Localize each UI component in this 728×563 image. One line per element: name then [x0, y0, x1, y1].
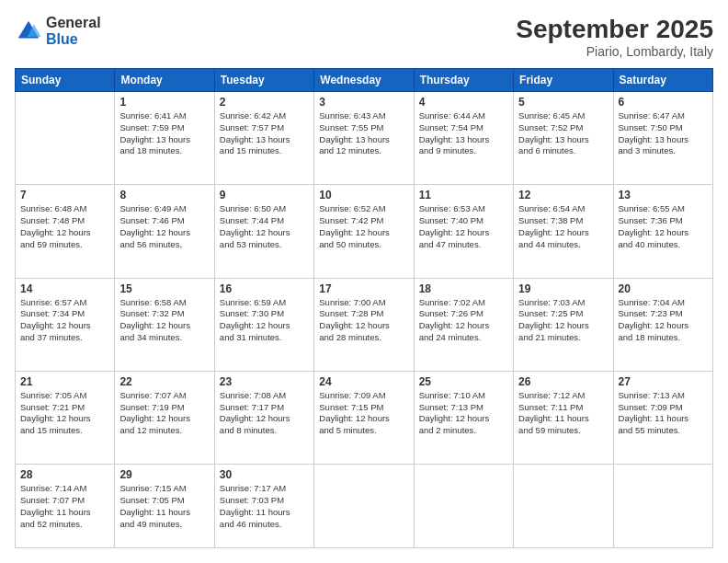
day-info: Sunrise: 7:02 AMSunset: 7:26 PMDaylight:…	[419, 297, 508, 344]
weekday-header-row: SundayMondayTuesdayWednesdayThursdayFrid…	[16, 69, 713, 92]
weekday-header-tuesday: Tuesday	[214, 69, 313, 92]
day-info: Sunrise: 6:50 AMSunset: 7:44 PMDaylight:…	[220, 203, 309, 250]
calendar-cell: 29Sunrise: 7:15 AMSunset: 7:05 PMDayligh…	[115, 465, 214, 548]
calendar-cell: 1Sunrise: 6:41 AMSunset: 7:59 PMDaylight…	[115, 92, 214, 185]
calendar-cell: 30Sunrise: 7:17 AMSunset: 7:03 PMDayligh…	[214, 465, 313, 548]
day-number: 23	[220, 375, 309, 388]
day-info: Sunrise: 6:41 AMSunset: 7:59 PMDaylight:…	[119, 110, 209, 157]
day-info: Sunrise: 7:05 AMSunset: 7:21 PMDaylight:…	[20, 390, 109, 437]
day-number: 16	[220, 282, 309, 295]
day-info: Sunrise: 6:59 AMSunset: 7:30 PMDaylight:…	[220, 297, 309, 344]
day-number: 1	[119, 96, 209, 109]
calendar-cell: 22Sunrise: 7:07 AMSunset: 7:19 PMDayligh…	[115, 371, 214, 464]
logo-icon	[15, 17, 42, 45]
weekday-header-friday: Friday	[514, 69, 613, 92]
day-info: Sunrise: 6:45 AMSunset: 7:52 PMDaylight:…	[518, 110, 608, 157]
day-number: 19	[518, 282, 608, 295]
calendar-row-2: 7Sunrise: 6:48 AMSunset: 7:48 PMDaylight…	[16, 185, 713, 278]
day-info: Sunrise: 6:47 AMSunset: 7:50 PMDaylight:…	[619, 110, 708, 157]
logo-general: General	[46, 15, 101, 31]
calendar-row-3: 14Sunrise: 6:57 AMSunset: 7:34 PMDayligh…	[16, 278, 713, 371]
day-info: Sunrise: 6:54 AMSunset: 7:38 PMDaylight:…	[518, 203, 608, 250]
calendar-cell: 26Sunrise: 7:12 AMSunset: 7:11 PMDayligh…	[514, 371, 613, 464]
calendar-cell: 11Sunrise: 6:53 AMSunset: 7:40 PMDayligh…	[414, 185, 513, 278]
day-number: 10	[319, 189, 408, 201]
calendar-cell: 16Sunrise: 6:59 AMSunset: 7:30 PMDayligh…	[214, 278, 313, 371]
weekday-header-thursday: Thursday	[414, 69, 513, 92]
calendar-cell: 17Sunrise: 7:00 AMSunset: 7:28 PMDayligh…	[314, 278, 414, 371]
calendar-cell: 21Sunrise: 7:05 AMSunset: 7:21 PMDayligh…	[16, 371, 115, 464]
calendar-cell: 8Sunrise: 6:49 AMSunset: 7:46 PMDaylight…	[115, 185, 214, 278]
calendar-cell: 14Sunrise: 6:57 AMSunset: 7:34 PMDayligh…	[16, 278, 115, 371]
day-info: Sunrise: 6:42 AMSunset: 7:57 PMDaylight:…	[220, 110, 309, 157]
day-number: 21	[20, 375, 109, 388]
day-info: Sunrise: 6:48 AMSunset: 7:48 PMDaylight:…	[20, 203, 109, 250]
day-number: 18	[419, 282, 508, 295]
calendar-cell: 9Sunrise: 6:50 AMSunset: 7:44 PMDaylight…	[214, 185, 313, 278]
day-info: Sunrise: 7:12 AMSunset: 7:11 PMDaylight:…	[518, 390, 608, 437]
day-info: Sunrise: 6:43 AMSunset: 7:55 PMDaylight:…	[319, 110, 408, 157]
day-number: 30	[220, 468, 309, 481]
calendar-cell	[613, 465, 712, 548]
day-number: 17	[319, 282, 408, 295]
calendar-row-1: 1Sunrise: 6:41 AMSunset: 7:59 PMDaylight…	[16, 92, 713, 185]
day-info: Sunrise: 6:58 AMSunset: 7:32 PMDaylight:…	[119, 297, 209, 344]
calendar-cell: 2Sunrise: 6:42 AMSunset: 7:57 PMDaylight…	[214, 92, 313, 185]
calendar-cell: 13Sunrise: 6:55 AMSunset: 7:36 PMDayligh…	[613, 185, 712, 278]
day-info: Sunrise: 7:14 AMSunset: 7:07 PMDaylight:…	[20, 483, 109, 530]
calendar-table: SundayMondayTuesdayWednesdayThursdayFrid…	[15, 68, 713, 548]
calendar-cell	[414, 465, 513, 548]
day-number: 15	[119, 282, 209, 295]
day-number: 20	[619, 282, 708, 295]
calendar-cell: 15Sunrise: 6:58 AMSunset: 7:32 PMDayligh…	[115, 278, 214, 371]
day-info: Sunrise: 6:52 AMSunset: 7:42 PMDaylight:…	[319, 203, 408, 250]
day-number: 2	[220, 96, 309, 109]
calendar-cell: 4Sunrise: 6:44 AMSunset: 7:54 PMDaylight…	[414, 92, 513, 185]
calendar-cell: 7Sunrise: 6:48 AMSunset: 7:48 PMDaylight…	[16, 185, 115, 278]
logo: General Blue	[15, 15, 101, 47]
day-info: Sunrise: 7:04 AMSunset: 7:23 PMDaylight:…	[619, 297, 708, 344]
weekday-header-saturday: Saturday	[613, 69, 712, 92]
calendar-row-4: 21Sunrise: 7:05 AMSunset: 7:21 PMDayligh…	[16, 371, 713, 464]
day-info: Sunrise: 6:57 AMSunset: 7:34 PMDaylight:…	[20, 297, 109, 344]
day-number: 14	[20, 282, 109, 295]
day-number: 28	[20, 468, 109, 481]
day-info: Sunrise: 7:09 AMSunset: 7:15 PMDaylight:…	[319, 390, 408, 437]
calendar-cell: 10Sunrise: 6:52 AMSunset: 7:42 PMDayligh…	[314, 185, 414, 278]
calendar-cell: 19Sunrise: 7:03 AMSunset: 7:25 PMDayligh…	[514, 278, 613, 371]
calendar-cell: 20Sunrise: 7:04 AMSunset: 7:23 PMDayligh…	[613, 278, 712, 371]
weekday-header-sunday: Sunday	[16, 69, 115, 92]
day-info: Sunrise: 6:44 AMSunset: 7:54 PMDaylight:…	[419, 110, 508, 157]
weekday-header-monday: Monday	[115, 69, 214, 92]
day-info: Sunrise: 7:07 AMSunset: 7:19 PMDaylight:…	[119, 390, 209, 437]
calendar-row-5: 28Sunrise: 7:14 AMSunset: 7:07 PMDayligh…	[16, 465, 713, 548]
day-number: 3	[319, 96, 408, 109]
day-info: Sunrise: 7:00 AMSunset: 7:28 PMDaylight:…	[319, 297, 408, 344]
day-info: Sunrise: 6:53 AMSunset: 7:40 PMDaylight:…	[419, 203, 508, 250]
calendar-cell: 25Sunrise: 7:10 AMSunset: 7:13 PMDayligh…	[414, 371, 513, 464]
calendar-cell: 28Sunrise: 7:14 AMSunset: 7:07 PMDayligh…	[16, 465, 115, 548]
day-info: Sunrise: 7:17 AMSunset: 7:03 PMDaylight:…	[220, 483, 309, 530]
calendar-cell: 12Sunrise: 6:54 AMSunset: 7:38 PMDayligh…	[514, 185, 613, 278]
day-number: 6	[619, 96, 708, 109]
calendar-cell: 18Sunrise: 7:02 AMSunset: 7:26 PMDayligh…	[414, 278, 513, 371]
day-info: Sunrise: 6:49 AMSunset: 7:46 PMDaylight:…	[119, 203, 209, 250]
calendar-cell	[514, 465, 613, 548]
calendar-cell: 24Sunrise: 7:09 AMSunset: 7:15 PMDayligh…	[314, 371, 414, 464]
logo-blue: Blue	[46, 31, 101, 48]
calendar-cell: 6Sunrise: 6:47 AMSunset: 7:50 PMDaylight…	[613, 92, 712, 185]
day-info: Sunrise: 7:03 AMSunset: 7:25 PMDaylight:…	[518, 297, 608, 344]
day-info: Sunrise: 7:13 AMSunset: 7:09 PMDaylight:…	[619, 390, 708, 437]
month-title: September 2025	[516, 15, 713, 44]
day-number: 27	[619, 375, 708, 388]
day-number: 22	[119, 375, 209, 388]
day-number: 29	[119, 468, 209, 481]
logo-text: General Blue	[46, 15, 101, 47]
title-block: September 2025 Piario, Lombardy, Italy	[516, 15, 713, 59]
day-info: Sunrise: 7:15 AMSunset: 7:05 PMDaylight:…	[119, 483, 209, 530]
day-info: Sunrise: 7:10 AMSunset: 7:13 PMDaylight:…	[419, 390, 508, 437]
day-number: 26	[518, 375, 608, 388]
day-number: 5	[518, 96, 608, 109]
calendar-cell: 5Sunrise: 6:45 AMSunset: 7:52 PMDaylight…	[514, 92, 613, 185]
calendar-cell: 3Sunrise: 6:43 AMSunset: 7:55 PMDaylight…	[314, 92, 414, 185]
